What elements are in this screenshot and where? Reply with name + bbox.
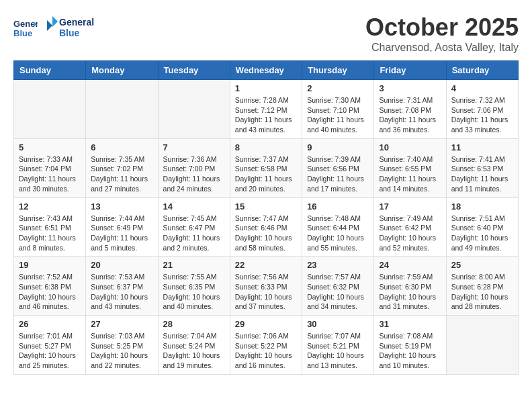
day-content: Sunrise: 7:51 AM Sunset: 6:40 PM Dayligh… [451, 214, 513, 253]
calendar-day-cell: 21Sunrise: 7:55 AM Sunset: 6:35 PM Dayli… [158, 257, 230, 316]
calendar-day-cell: 10Sunrise: 7:40 AM Sunset: 6:55 PM Dayli… [374, 138, 446, 197]
day-content: Sunrise: 7:39 AM Sunset: 6:56 PM Dayligh… [307, 154, 369, 194]
day-number: 15 [235, 201, 297, 212]
day-content: Sunrise: 7:28 AM Sunset: 7:12 PM Dayligh… [235, 95, 297, 135]
day-content: Sunrise: 7:33 AM Sunset: 7:04 PM Dayligh… [19, 154, 81, 194]
day-number: 18 [451, 201, 513, 212]
day-number: 16 [307, 201, 369, 212]
day-content: Sunrise: 7:35 AM Sunset: 7:02 PM Dayligh… [91, 154, 152, 194]
day-number: 30 [307, 319, 369, 329]
day-content: Sunrise: 7:44 AM Sunset: 6:49 PM Dayligh… [91, 214, 152, 253]
day-content: Sunrise: 7:53 AM Sunset: 6:37 PM Dayligh… [91, 272, 152, 312]
calendar-day-cell: 2Sunrise: 7:30 AM Sunset: 7:10 PM Daylig… [302, 80, 374, 139]
title-area: October 2025 Charvensod, Aosta Valley, I… [365, 13, 519, 54]
calendar-day-cell: 29Sunrise: 7:06 AM Sunset: 5:22 PM Dayli… [230, 316, 302, 375]
calendar-day-cell: 17Sunrise: 7:49 AM Sunset: 6:42 PM Dayli… [374, 197, 446, 257]
calendar-day-cell: 1Sunrise: 7:28 AM Sunset: 7:12 PM Daylig… [230, 80, 302, 139]
day-number: 29 [235, 319, 297, 329]
general-blue-logo: General Blue [40, 13, 107, 43]
calendar-week-row: 19Sunrise: 7:52 AM Sunset: 6:38 PM Dayli… [14, 257, 519, 316]
calendar-day-cell: 3Sunrise: 7:31 AM Sunset: 7:08 PM Daylig… [374, 80, 446, 139]
day-number: 10 [379, 142, 441, 152]
day-number: 8 [235, 142, 297, 152]
day-number: 5 [19, 142, 81, 152]
day-number: 2 [307, 83, 369, 93]
day-number: 9 [307, 142, 369, 152]
day-number: 3 [379, 83, 441, 93]
day-content: Sunrise: 7:37 AM Sunset: 6:58 PM Dayligh… [235, 154, 297, 194]
calendar-day-cell: 13Sunrise: 7:44 AM Sunset: 6:49 PM Dayli… [86, 197, 158, 257]
calendar-table: SundayMondayTuesdayWednesdayThursdayFrid… [13, 60, 519, 375]
calendar-day-cell: 31Sunrise: 7:08 AM Sunset: 5:19 PM Dayli… [374, 316, 446, 375]
day-content: Sunrise: 7:30 AM Sunset: 7:10 PM Dayligh… [307, 95, 369, 135]
logo-icon: General Blue [13, 16, 38, 40]
calendar-day-cell [446, 316, 518, 375]
calendar-day-cell: 16Sunrise: 7:48 AM Sunset: 6:44 PM Dayli… [302, 197, 374, 257]
calendar-day-cell: 18Sunrise: 7:51 AM Sunset: 6:40 PM Dayli… [446, 197, 518, 257]
day-number: 11 [451, 142, 513, 152]
day-number: 1 [235, 83, 297, 93]
day-content: Sunrise: 7:08 AM Sunset: 5:19 PM Dayligh… [379, 331, 441, 371]
calendar-day-cell: 9Sunrise: 7:39 AM Sunset: 6:56 PM Daylig… [302, 138, 374, 197]
day-number: 12 [19, 201, 81, 212]
day-content: Sunrise: 7:04 AM Sunset: 5:24 PM Dayligh… [163, 331, 225, 371]
day-of-week-header: Thursday [302, 61, 374, 80]
day-number: 13 [91, 201, 152, 212]
day-number: 21 [163, 260, 225, 270]
calendar-day-cell: 23Sunrise: 7:57 AM Sunset: 6:32 PM Dayli… [302, 257, 374, 316]
day-number: 31 [379, 319, 441, 329]
calendar-day-cell: 5Sunrise: 7:33 AM Sunset: 7:04 PM Daylig… [14, 138, 86, 197]
day-content: Sunrise: 7:49 AM Sunset: 6:42 PM Dayligh… [379, 214, 441, 253]
day-content: Sunrise: 7:48 AM Sunset: 6:44 PM Dayligh… [307, 214, 369, 253]
day-content: Sunrise: 7:43 AM Sunset: 6:51 PM Dayligh… [19, 214, 81, 253]
calendar-day-cell [158, 80, 230, 139]
calendar-day-cell: 27Sunrise: 7:03 AM Sunset: 5:25 PM Dayli… [86, 316, 158, 375]
svg-marker-5 [52, 16, 58, 27]
day-number: 19 [19, 260, 81, 270]
day-number: 26 [19, 319, 81, 329]
calendar-day-cell: 24Sunrise: 7:59 AM Sunset: 6:30 PM Dayli… [374, 257, 446, 316]
day-number: 6 [91, 142, 152, 152]
calendar-day-cell: 15Sunrise: 7:47 AM Sunset: 6:46 PM Dayli… [230, 197, 302, 257]
svg-marker-6 [47, 20, 52, 31]
day-content: Sunrise: 7:59 AM Sunset: 6:30 PM Dayligh… [379, 272, 441, 312]
calendar-day-cell: 30Sunrise: 7:07 AM Sunset: 5:21 PM Dayli… [302, 316, 374, 375]
logo: General Blue General Blue [13, 13, 107, 43]
day-content: Sunrise: 7:31 AM Sunset: 7:08 PM Dayligh… [379, 95, 441, 135]
day-number: 27 [91, 319, 152, 329]
calendar-day-cell: 28Sunrise: 7:04 AM Sunset: 5:24 PM Dayli… [158, 316, 230, 375]
day-content: Sunrise: 7:06 AM Sunset: 5:22 PM Dayligh… [235, 331, 297, 371]
svg-text:Blue: Blue [13, 28, 32, 38]
calendar-week-row: 12Sunrise: 7:43 AM Sunset: 6:51 PM Dayli… [14, 197, 519, 257]
calendar-day-cell: 8Sunrise: 7:37 AM Sunset: 6:58 PM Daylig… [230, 138, 302, 197]
calendar-day-cell [86, 80, 158, 139]
calendar-day-cell [14, 80, 86, 139]
day-number: 17 [379, 201, 441, 212]
day-of-week-header: Tuesday [158, 61, 230, 80]
day-content: Sunrise: 7:55 AM Sunset: 6:35 PM Dayligh… [163, 272, 225, 312]
day-number: 22 [235, 260, 297, 270]
calendar-day-cell: 4Sunrise: 7:32 AM Sunset: 7:06 PM Daylig… [446, 80, 518, 139]
day-of-week-header: Saturday [446, 61, 518, 80]
calendar-week-row: 26Sunrise: 7:01 AM Sunset: 5:27 PM Dayli… [14, 316, 519, 375]
calendar-day-cell: 7Sunrise: 7:36 AM Sunset: 7:00 PM Daylig… [158, 138, 230, 197]
calendar-week-row: 1Sunrise: 7:28 AM Sunset: 7:12 PM Daylig… [14, 80, 519, 139]
day-content: Sunrise: 7:57 AM Sunset: 6:32 PM Dayligh… [307, 272, 369, 312]
day-content: Sunrise: 7:52 AM Sunset: 6:38 PM Dayligh… [19, 272, 81, 312]
calendar-day-cell: 12Sunrise: 7:43 AM Sunset: 6:51 PM Dayli… [14, 197, 86, 257]
day-number: 23 [307, 260, 369, 270]
location-subtitle: Charvensod, Aosta Valley, Italy [365, 42, 519, 54]
day-number: 24 [379, 260, 441, 270]
page-header: General Blue General Blue October 2025 C… [13, 13, 519, 54]
day-content: Sunrise: 7:03 AM Sunset: 5:25 PM Dayligh… [91, 331, 152, 371]
day-of-week-header: Friday [374, 61, 446, 80]
day-number: 7 [163, 142, 225, 152]
calendar-day-cell: 26Sunrise: 7:01 AM Sunset: 5:27 PM Dayli… [14, 316, 86, 375]
day-content: Sunrise: 7:47 AM Sunset: 6:46 PM Dayligh… [235, 214, 297, 253]
day-content: Sunrise: 7:07 AM Sunset: 5:21 PM Dayligh… [307, 331, 369, 371]
day-of-week-header: Sunday [14, 61, 86, 80]
calendar-day-cell: 11Sunrise: 7:41 AM Sunset: 6:53 PM Dayli… [446, 138, 518, 197]
day-number: 14 [163, 201, 225, 212]
day-of-week-header: Monday [86, 61, 158, 80]
day-content: Sunrise: 7:01 AM Sunset: 5:27 PM Dayligh… [19, 331, 81, 371]
